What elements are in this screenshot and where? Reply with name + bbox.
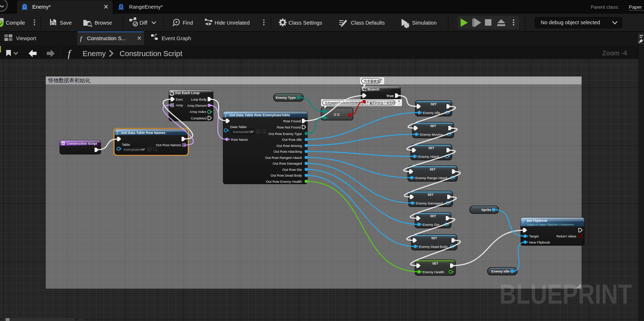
svg-text:Browse: Browse <box>95 20 112 26</box>
svg-text:Class Settings: Class Settings <box>288 20 322 26</box>
svg-text:Paper: Paper <box>629 4 642 10</box>
svg-text:Viewport: Viewport <box>16 35 36 41</box>
svg-text:Out Row Die: Out Row Die <box>282 168 302 172</box>
svg-text:EnemyDataTab: EnemyDataTab <box>124 148 144 151</box>
svg-text:Row Name: Row Name <box>231 138 248 142</box>
svg-text:SET: SET <box>430 214 436 218</box>
svg-text:Zoom -4: Zoom -4 <box>602 50 627 57</box>
svg-text:Save: Save <box>60 20 72 26</box>
svg-text:For Each Loop: For Each Loop <box>175 91 200 95</box>
svg-text:Enemy Damaged: Enemy Damaged <box>416 201 443 205</box>
svg-text:Branch: Branch <box>367 87 379 91</box>
svg-text:Enemy Attack: Enemy Attack <box>418 155 439 159</box>
svg-text:Array: Array <box>176 104 183 107</box>
svg-text:New Flipbook: New Flipbook <box>529 240 550 244</box>
svg-text:SET: SET <box>432 262 439 265</box>
svg-text:Enemy Idle: Enemy Idle <box>423 111 440 115</box>
svg-text:Enemy Moving: Enemy Moving <box>420 132 443 136</box>
svg-text:Construction Script: Construction Script <box>120 49 182 58</box>
svg-text:EnemyDataTab: EnemyDataTab <box>233 130 253 134</box>
svg-text:Enemy Health: Enemy Health <box>423 270 444 274</box>
svg-text:Row Found: Row Found <box>283 119 301 123</box>
svg-text:Return Value: Return Value <box>556 234 576 238</box>
svg-text:True: True <box>386 94 394 98</box>
svg-text:Out Row Attacking: Out Row Attacking <box>274 149 302 153</box>
svg-text:Enemy*: Enemy* <box>32 4 51 10</box>
svg-text:SET: SET <box>428 193 434 197</box>
svg-text:Loop Body: Loop Body <box>191 98 207 101</box>
svg-text:Event Graph: Event Graph <box>162 35 191 41</box>
svg-text:Exec: Exec <box>176 98 183 101</box>
svg-text:==: == <box>334 112 341 117</box>
svg-text:Enemy Die: Enemy Die <box>423 223 439 227</box>
svg-text:Out Row Dead Body: Out Row Dead Body <box>270 173 302 177</box>
svg-text:Construction Script: Construction Script <box>67 142 97 145</box>
svg-text:No debug object selected: No debug object selected <box>541 20 600 25</box>
svg-text:Out Row Ranged Attack: Out Row Ranged Attack <box>265 156 302 160</box>
svg-text:SET: SET <box>431 102 437 106</box>
svg-text:Sprite: Sprite <box>481 208 491 212</box>
svg-text:Out Row Idle: Out Row Idle <box>282 138 302 142</box>
svg-text:Hide Unrelated: Hide Unrelated <box>215 20 250 26</box>
svg-text:Target is Paper Flipbook Compo: Target is Paper Flipbook Component <box>527 223 574 226</box>
svg-text:Class Defaults: Class Defaults <box>351 20 385 26</box>
svg-text:怪物数据表初始化: 怪物数据表初始化 <box>48 77 91 83</box>
svg-text:为变量赋值: 为变量赋值 <box>364 79 380 83</box>
svg-text:Out Row Damaged: Out Row Damaged <box>273 161 302 165</box>
svg-text:Diff: Diff <box>140 20 148 26</box>
svg-text:RangeEnemy*: RangeEnemy* <box>129 4 163 10</box>
svg-text:Enemy Type: Enemy Type <box>276 96 296 100</box>
svg-text:Array Index: Array Index <box>190 110 207 114</box>
svg-text:SET: SET <box>430 124 436 128</box>
svg-text:SET: SET <box>429 168 436 171</box>
svg-text:Table: Table <box>122 143 130 147</box>
svg-text:Enemy: Enemy <box>83 49 106 58</box>
svg-text:Data Table: Data Table <box>230 125 246 129</box>
svg-text:Enemy Dead Body: Enemy Dead Body <box>419 245 448 249</box>
svg-text:Enemy Idle: Enemy Idle <box>491 269 510 273</box>
svg-text:Enemy Range Attack: Enemy Range Attack <box>415 176 448 180</box>
svg-text:f: f <box>68 48 72 59</box>
svg-text:Out Row Moving: Out Row Moving <box>277 144 302 148</box>
svg-text:Compile: Compile <box>6 20 25 26</box>
svg-text:Set Flipbook: Set Flipbook <box>527 219 548 223</box>
svg-text:Completed: Completed <box>191 117 207 120</box>
svg-text:Target: Target <box>529 234 539 238</box>
svg-text:Row Not Found: Row Not Found <box>277 125 301 129</box>
svg-text:Out Row Names: Out Row Names <box>156 143 181 147</box>
svg-text:Array Element: Array Element <box>187 104 207 107</box>
svg-text:Construction S...: Construction S... <box>87 35 126 41</box>
svg-text:SET: SET <box>428 146 435 150</box>
svg-text:Find: Find <box>183 20 193 26</box>
svg-text:SET: SET <box>431 236 437 240</box>
svg-text:Get Data Table Row Names: Get Data Table Row Names <box>121 131 165 135</box>
svg-text:Get Data Table Row EnemyDataTa: Get Data Table Row EnemyDataTable <box>229 113 290 117</box>
svg-text:Out Row Enemy Health: Out Row Enemy Health <box>266 179 302 183</box>
svg-text:Simulation: Simulation <box>412 20 437 26</box>
svg-text:Parent class:: Parent class: <box>591 4 619 10</box>
svg-text:BLUEPRINT: BLUEPRINT <box>499 279 632 309</box>
svg-text:Out Row Enemy Type: Out Row Enemy Type <box>269 132 302 136</box>
